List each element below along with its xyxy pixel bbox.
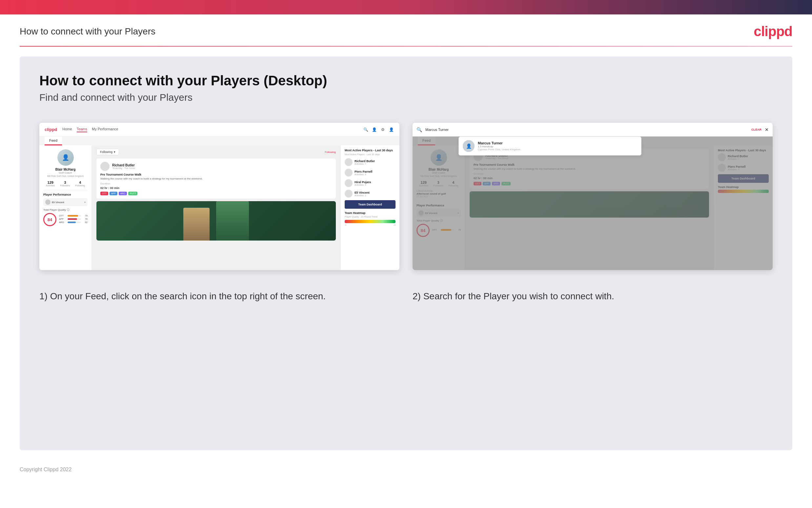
following-label: Following — [75, 184, 85, 187]
search-result-location: Cypress Point Club, United Kingdom — [478, 148, 520, 151]
player-item-3: Hiral Pujara Activities: 3 — [345, 179, 395, 187]
followers-count: 3 — [60, 180, 70, 184]
player-performance-section: Player Performance Eli Vincent ▾ Total P… — [43, 190, 88, 226]
search-result-handicap: 1.5 Handicap — [478, 145, 520, 148]
search-clear-button[interactable]: CLEAR — [751, 128, 762, 131]
bar-label-app: APP — [59, 218, 66, 220]
profile-icon[interactable]: 👤 — [371, 127, 377, 133]
info-icon: ⓘ — [67, 208, 69, 212]
player-select-arrow-icon: ▾ — [84, 201, 86, 204]
player-avatar-1 — [345, 158, 352, 166]
followers-label: Followers — [60, 184, 70, 187]
player-select-name: Eli Vincent — [52, 201, 83, 204]
user-avatar: 👤 — [57, 149, 74, 166]
player-name-1: Richard Butler — [354, 160, 375, 163]
main-content: How to connect with your Players (Deskto… — [20, 56, 792, 450]
bar-value-arg: 62 — [82, 221, 88, 223]
bar-track-app — [67, 218, 81, 220]
search-result-info: Marcus Turner 1.5 Handicap Cypress Point… — [478, 141, 520, 151]
nav-my-performance[interactable]: My Performance — [92, 127, 118, 132]
player-item-1: Richard Butler Activities: 7 — [345, 158, 395, 166]
avatar-icon[interactable]: 👤 — [388, 127, 394, 133]
description-1: 1) On your Feed, click on the search ico… — [39, 290, 399, 303]
search-dropdown[interactable]: 👤 Marcus Turner 1.5 Handicap Cypress Poi… — [459, 136, 641, 156]
user-club: Mill Ride Golf Club, United Kingdom — [47, 175, 84, 177]
search-close-icon[interactable]: ✕ — [765, 127, 769, 132]
activity-user-avatar — [100, 162, 109, 171]
heatmap-range-end: +5 — [393, 224, 395, 226]
search-result-item[interactable]: 👤 Marcus Turner 1.5 Handicap Cypress Poi… — [463, 140, 637, 152]
descriptions-grid: 1) On your Feed, click on the search ico… — [39, 290, 773, 303]
player-name-4: Eli Vincent — [354, 191, 370, 194]
user-name: Blair McHarg — [55, 168, 76, 171]
player-name-2: Piers Parnell — [354, 170, 373, 173]
mock-nav-icons-1: 🔍 👤 ⚙ 👤 — [363, 127, 394, 133]
avatar-image: 👤 — [57, 149, 74, 166]
user-role: Golf Coach — [59, 171, 72, 174]
bar-fill-ott — [67, 215, 78, 217]
activity-title: Pre Tournament Course Walk — [100, 173, 332, 176]
player-item-4: Eli Vincent Activities: 1 — [345, 190, 395, 198]
mock-logo-1: clippd — [45, 127, 57, 132]
bar-value-ott: 79 — [82, 215, 88, 217]
team-dashboard-button[interactable]: Team Dashboard — [345, 200, 395, 209]
golf-photo — [96, 201, 336, 241]
player-info-2: Piers Parnell Activities: 4 — [354, 170, 373, 176]
tag-ott: OTT — [100, 192, 108, 195]
top-bar — [0, 0, 812, 14]
footer-text: Copyright Clippd 2022 — [20, 467, 71, 472]
page-title: How to connect with your Players — [20, 26, 155, 37]
activity-user-info: Richard Butler Yesterday - The Grove — [112, 163, 135, 169]
stat-activities: 129 Activities — [46, 180, 55, 187]
user-avatar-area: 👤 Blair McHarg Golf Coach Mill Ride Golf… — [43, 149, 88, 177]
feed-tab[interactable]: Feed — [45, 136, 62, 145]
most-active-period: Most Active Players - Last 30 days — [345, 153, 395, 156]
activity-duration: 02 hr : 00 min — [100, 186, 332, 190]
activity-date: Yesterday - The Grove — [112, 167, 135, 169]
following-row: Following ▾ Following — [96, 149, 336, 155]
search-bar[interactable]: 🔍 Marcus Turner CLEAR ✕ — [413, 123, 773, 136]
player-activities-3: Activities: 3 — [354, 184, 371, 186]
stat-followers: 3 Followers — [60, 180, 70, 187]
activity-card: Richard Butler Yesterday - The Grove Pre… — [96, 159, 336, 199]
player-select[interactable]: Eli Vincent ▾ — [43, 198, 88, 206]
header-divider — [20, 46, 792, 47]
control-link[interactable]: Following — [325, 151, 336, 154]
player-item-2: Piers Parnell Activities: 4 — [345, 169, 395, 176]
search-result-name: Marcus Turner — [478, 141, 520, 145]
most-active-title: Most Active Players - Last 30 days — [345, 149, 395, 152]
following-button[interactable]: Following ▾ — [96, 149, 119, 155]
nav-home[interactable]: Home — [62, 127, 72, 132]
bar-ott: OTT 79 — [59, 215, 88, 217]
heatmap-subtitle: Player Quality - 20 Round Trend — [345, 216, 395, 218]
search-result-avatar: 👤 — [463, 140, 475, 152]
right-panel-1: Most Active Players - Last 30 days Most … — [340, 145, 399, 270]
bar-label-ott: OTT — [59, 215, 66, 217]
player-info-1: Richard Butler Activities: 7 — [354, 160, 375, 165]
activities-label: Activities — [46, 184, 55, 187]
search-input-display[interactable]: Marcus Turner — [425, 128, 748, 132]
player-select-avatar — [45, 200, 50, 205]
left-panel-1: 👤 Blair McHarg Golf Coach Mill Ride Golf… — [39, 145, 92, 270]
player-avatar-3 — [345, 179, 352, 187]
heatmap-labels: -5 +5 — [345, 224, 395, 226]
search-icon[interactable]: 🔍 — [363, 127, 369, 133]
tag-app: APP — [109, 192, 117, 195]
mock-nav-links-1: Home Teams My Performance — [62, 127, 118, 132]
settings-icon[interactable]: ⚙ — [380, 127, 386, 133]
bar-fill-arg — [67, 221, 76, 223]
header: How to connect with your Players clippd — [0, 14, 812, 46]
quality-score: 84 — [43, 213, 56, 226]
quality-label: Total Player Quality ⓘ — [43, 208, 88, 212]
bar-label-arg: ARG — [59, 221, 66, 223]
nav-teams[interactable]: Teams — [77, 127, 87, 132]
player-activities-4: Activities: 1 — [354, 194, 370, 197]
player-avatar-4 — [345, 190, 352, 198]
screenshots-grid: clippd Home Teams My Performance 🔍 👤 ⚙ 👤… — [39, 123, 773, 270]
activity-desc: Walking the course with my coach to buil… — [100, 177, 332, 180]
player-info-4: Eli Vincent Activities: 1 — [354, 191, 370, 197]
activity-user-name: Richard Butler — [112, 163, 135, 167]
heatmap-range-start: -5 — [345, 224, 346, 226]
player-activities-2: Activities: 4 — [354, 173, 373, 176]
heatmap-bar — [345, 220, 395, 223]
